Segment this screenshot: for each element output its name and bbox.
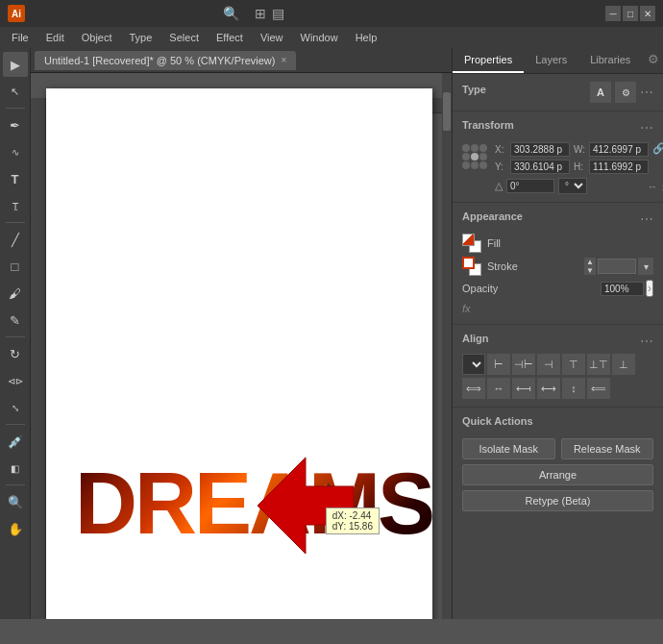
canvas-area: Untitled-1 [Recovered]* @ 50 % (CMYK/Pre… — [31, 48, 452, 619]
anchor-br[interactable] — [479, 161, 487, 169]
w-input[interactable] — [589, 142, 649, 157]
align-to-select[interactable]: ▾ — [462, 354, 485, 375]
menu-type[interactable]: Type — [122, 30, 160, 45]
vertical-scrollbar[interactable] — [442, 73, 452, 619]
menu-help[interactable]: Help — [348, 30, 385, 45]
type-icon-2[interactable]: ⚙ — [615, 82, 636, 103]
anchor-ml[interactable] — [462, 153, 470, 161]
dist-right-btn[interactable]: ⟻ — [512, 378, 535, 399]
stroke-color-selector[interactable] — [598, 259, 636, 274]
tab-layers[interactable]: Layers — [524, 48, 578, 73]
align-right-btn[interactable]: ⊣ — [537, 354, 560, 375]
anchor-mc[interactable] — [471, 153, 479, 161]
align-left-btn[interactable]: ⊢ — [487, 354, 510, 375]
release-mask-btn[interactable]: Release Mask — [561, 438, 654, 459]
y-input[interactable] — [510, 160, 570, 174]
align-bottom-btn[interactable]: ⊥ — [612, 354, 635, 375]
tooltip-dx: dX: -2.44 — [332, 510, 373, 521]
window-controls: ─ □ ✕ — [605, 6, 655, 21]
type-icon-1[interactable]: A — [590, 82, 611, 103]
stroke-decrement-btn[interactable]: ▼ — [584, 266, 596, 275]
menu-object[interactable]: Object — [74, 30, 120, 45]
rotate-select[interactable]: ° — [558, 178, 587, 194]
tab-libraries[interactable]: Libraries — [578, 48, 642, 73]
gradient-tool[interactable]: ◧ — [3, 456, 28, 481]
panel-options-icon[interactable]: ⚙ — [642, 48, 663, 73]
fill-swatch-front — [462, 234, 475, 246]
dist-top-btn[interactable]: ⟷ — [537, 378, 560, 399]
vertical-scroll-thumb[interactable] — [443, 92, 451, 131]
pen-tool[interactable]: ✒ — [3, 112, 28, 137]
mask-buttons-row: Isolate Mask Release Mask — [462, 438, 653, 459]
opacity-input[interactable] — [601, 282, 644, 296]
zoom-tool[interactable]: 🔍 — [3, 489, 28, 514]
document-tab[interactable]: Untitled-1 [Recovered]* @ 50 % (CMYK/Pre… — [35, 51, 296, 70]
constrain-proportions-icon[interactable]: 🔗 — [652, 142, 663, 157]
menu-select[interactable]: Select — [161, 30, 207, 45]
toolbar-separator-1 — [6, 108, 25, 109]
close-button[interactable]: ✕ — [640, 6, 655, 21]
anchor-tr[interactable] — [479, 144, 487, 152]
hand-tool[interactable]: ✋ — [3, 516, 28, 541]
opacity-expand-btn[interactable]: › — [646, 280, 653, 297]
align-center-v-btn[interactable]: ⊥⊤ — [587, 354, 610, 375]
selection-tool[interactable]: ▶ — [3, 52, 28, 77]
stroke-swatch-stack[interactable] — [462, 257, 481, 276]
anchor-tc[interactable] — [471, 144, 479, 152]
opacity-controls: › — [601, 280, 653, 297]
dist-bottom-btn[interactable]: ⟸ — [587, 378, 610, 399]
direct-selection-tool[interactable]: ↖ — [3, 79, 28, 104]
fill-swatch-stack[interactable] — [462, 234, 481, 253]
appearance-section: Appearance ⋯ Fill Stroke — [453, 203, 663, 325]
h-input[interactable] — [589, 160, 649, 174]
anchor-bl[interactable] — [462, 161, 470, 169]
rotate-tool[interactable]: ↻ — [3, 341, 28, 366]
dist-left-btn[interactable]: ⟺ — [462, 378, 485, 399]
dist-center-v-btn[interactable]: ↕ — [562, 378, 585, 399]
arrange-btn[interactable]: Arrange — [462, 464, 653, 485]
paintbrush-tool[interactable]: 🖌 — [3, 281, 28, 306]
flip-h-icon[interactable]: ↔ — [648, 181, 658, 192]
minimize-button[interactable]: ─ — [605, 6, 621, 21]
grid-icon[interactable]: ⊞ — [255, 6, 266, 21]
isolate-mask-btn[interactable]: Isolate Mask — [462, 438, 555, 459]
rect-tool[interactable]: □ — [3, 254, 28, 279]
appearance-more-btn[interactable]: ⋯ — [640, 211, 653, 227]
rotate-input[interactable] — [506, 179, 554, 193]
menu-window[interactable]: Window — [293, 30, 346, 45]
pencil-tool[interactable]: ✎ — [3, 308, 28, 333]
type-more-btn[interactable]: ⋯ — [640, 85, 653, 100]
retype-btn[interactable]: Retype (Beta) — [462, 490, 653, 511]
right-panel: Properties Layers Libraries ⚙ Type A ⚙ ⋯… — [452, 48, 663, 619]
menu-effect[interactable]: Effect — [209, 30, 251, 45]
y-field-row: Y: — [495, 160, 570, 174]
eyedropper-tool[interactable]: 💉 — [3, 429, 28, 454]
align-top-btn[interactable]: ⊤ — [562, 354, 585, 375]
x-input[interactable] — [510, 142, 570, 157]
search-icon[interactable]: 🔍 — [223, 6, 239, 21]
touch-type-tool[interactable]: T̤ — [3, 193, 28, 218]
type-tool[interactable]: T — [3, 166, 28, 191]
anchor-tl[interactable] — [462, 144, 470, 152]
svg-marker-0 — [258, 458, 354, 554]
anchor-bc[interactable] — [471, 161, 479, 169]
align-center-h-btn[interactable]: ⊣⊢ — [512, 354, 535, 375]
dist-center-h-btn[interactable]: ↔ — [487, 378, 510, 399]
transform-more-btn[interactable]: ⋯ — [640, 120, 653, 136]
menu-edit[interactable]: Edit — [38, 30, 72, 45]
tab-properties[interactable]: Properties — [453, 48, 524, 73]
reflect-tool[interactable]: ⊲⊳ — [3, 368, 28, 393]
maximize-button[interactable]: □ — [623, 6, 638, 21]
curvature-tool[interactable]: ∿ — [3, 139, 28, 164]
line-tool[interactable]: ╱ — [3, 227, 28, 252]
stroke-label: Stroke — [487, 260, 578, 272]
anchor-mr[interactable] — [479, 153, 487, 161]
stroke-increment-btn[interactable]: ▲ — [584, 258, 596, 266]
menu-view[interactable]: View — [253, 30, 291, 45]
close-tab-btn[interactable]: × — [281, 55, 286, 65]
panels-icon[interactable]: ▤ — [272, 6, 284, 21]
stroke-chevron-btn[interactable]: ▾ — [638, 258, 653, 275]
scale-tool[interactable]: ⤡ — [3, 395, 28, 420]
align-more-btn[interactable]: ⋯ — [640, 334, 653, 349]
menu-file[interactable]: File — [4, 30, 37, 45]
